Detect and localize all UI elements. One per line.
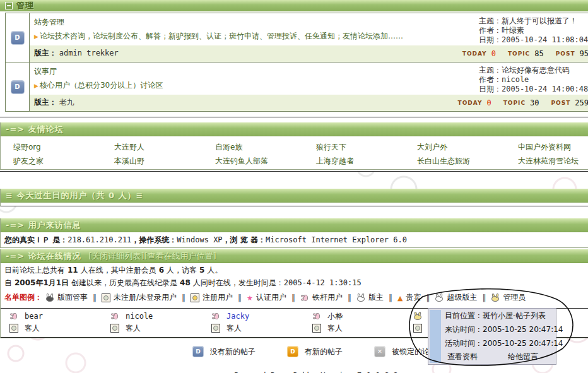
last-author-link[interactable]: 叶绿素 <box>502 26 524 35</box>
forum-lastpost-cell: 主题：新人终于可以报道了！ 作者：叶绿素 日期：2005-10-24 11:08… <box>479 13 588 45</box>
rabbit-pink-icon <box>313 312 320 320</box>
post-count-label: POST <box>556 50 575 57</box>
avatar-square-icon <box>102 293 110 302</box>
tooltip-arrival-time: 来访时间：2005-10-25 20:47:14 <box>428 323 556 336</box>
friend-forum-link[interactable]: 大刘户外 <box>417 140 518 154</box>
forum-status-d-icon <box>11 31 25 45</box>
x-grey-icon <box>374 346 385 357</box>
friend-forum-link[interactable]: 大连钓鱼人部落 <box>215 154 316 168</box>
last-topic-link[interactable]: 新人终于可以报道了！ <box>502 16 577 25</box>
moderators: 版主： admin trekker <box>34 48 119 59</box>
user-status-tooltip: 目前位置：斑竹小屋-帖子列表 来访时间：2005-10-25 20:47:14 … <box>428 308 556 365</box>
legend-label: 超级版主 <box>447 292 477 303</box>
user-role: 客人 <box>25 323 40 334</box>
friend-forum-link[interactable]: 中国户外资料网 <box>518 140 588 154</box>
avatar-square-icon <box>9 324 18 333</box>
forum-status-d-icon <box>11 80 25 94</box>
moderators-links[interactable]: admin trekker <box>59 49 119 57</box>
online-status-links[interactable]: [关闭详细列表][查看在线用户位置] <box>88 251 216 261</box>
post-count-label: POST <box>551 100 570 106</box>
online-user: 小桦 客人 <box>312 311 413 333</box>
online-record-line: 自2005年1月1日创建以来，历史最高在线纪录是48人同时在线，发生时间是：20… <box>1 276 588 288</box>
last-author-link[interactable]: nicole <box>502 75 529 84</box>
friend-forum-link[interactable]: 自游e族 <box>215 140 316 154</box>
forum-title-link[interactable]: 议事厅 <box>34 67 57 76</box>
forum-stats: TODAY0 TOPIC85 POST95 <box>462 49 588 58</box>
birthday-bar: ≡ 今天过生日的用户（共 0 人）≡ <box>1 189 588 203</box>
user-name-link[interactable]: bear <box>25 312 43 321</box>
visitor-info-line: 您的真实ＩＰ 是：218.61.210.211，操作系统：Windows XP，… <box>1 232 588 247</box>
avatar-square-icon <box>110 324 119 333</box>
legend-label: 铁杆用户 <box>312 292 343 303</box>
friend-forums-grid: 绿野org 大连野人 自游e族 狼行天下 大刘户外 中国户外资料网 驴友之家 本… <box>1 136 588 169</box>
friend-forum-link[interactable]: 驴友之家 <box>13 154 114 168</box>
section-divider <box>0 117 588 117</box>
online-user: nicole 客人 <box>110 311 211 333</box>
online-text: 人，访客 <box>167 266 197 275</box>
separator: ‖ <box>238 293 242 302</box>
send-message-link[interactable]: 给他留言 <box>508 350 538 364</box>
friend-forum-link[interactable]: 长白山生态旅游 <box>417 154 518 168</box>
online-text: 人。 <box>207 266 222 275</box>
forum-title-cell: 议事厅 <box>30 62 479 78</box>
avatar-square-icon <box>211 324 220 333</box>
category-header-bar: 管理 <box>0 0 588 11</box>
tooltip-activity-time: 活动时间：2005-10-25 20:47:14 <box>428 336 556 350</box>
topic-count: 85 <box>534 49 543 58</box>
arrow-icon <box>34 32 38 40</box>
friend-forum-link[interactable]: 绿野org <box>13 140 114 154</box>
forum-row-council: 议事厅 主题：论坛好像有恶意代码 作者：nicole 日期：2005-10-24… <box>6 62 588 111</box>
friend-forum-link[interactable]: 大连林苑滑雪论坛 <box>518 154 588 168</box>
online-status-title: -=> 论坛在线情况 <box>6 251 81 261</box>
forum-title-link[interactable]: 站务管理 <box>34 18 64 27</box>
d-orange-icon <box>287 346 298 357</box>
avatar-square-icon <box>312 324 321 333</box>
user-legend-row: 名单图例： 版面管事 ‖ 未注册/未登录用户 ‖ 注册用户 ‖ 认证用户 ‖ 铁… <box>1 288 588 308</box>
legend-label: 没有新的帖子 <box>210 346 256 357</box>
today-count: 0 <box>486 98 491 107</box>
rabbit-pink-icon <box>301 294 309 302</box>
user-name-link[interactable]: nicole <box>126 312 153 321</box>
today-label: TODAY <box>458 100 483 106</box>
user-name-link[interactable]: Jacky <box>226 312 249 321</box>
friend-forum-link[interactable]: 狼行天下 <box>316 140 417 154</box>
online-members: 6 <box>159 266 164 275</box>
online-text: 目前论坛上总共有 <box>4 266 65 275</box>
user-role: 客人 <box>327 323 343 334</box>
legend-label: 注册用户 <box>203 292 233 303</box>
separator: ‖ <box>291 293 295 302</box>
online-guests: 5 <box>199 266 204 275</box>
separator: ‖ <box>389 293 392 302</box>
legend-label: 认证用户 <box>256 292 286 303</box>
legend-label: 未注册/未登录用户 <box>114 292 177 303</box>
os-label: ，操作系统： <box>131 235 177 244</box>
collapse-icon[interactable] <box>5 2 13 9</box>
moderators-label: 版主： <box>34 49 57 57</box>
rabbit-pink-icon <box>10 312 18 320</box>
legend-label: 有新的帖子 <box>305 346 343 357</box>
friend-forum-link[interactable]: 上海穿越者 <box>316 154 417 168</box>
rabbit-white-icon <box>435 293 444 302</box>
record-date: 2005-4-12 1:30:15 <box>284 278 362 287</box>
forum-footer-row: 版主： admin trekker TODAY0 TOPIC85 POST95 <box>30 45 588 62</box>
topic-count-label: TOPIC <box>503 100 526 106</box>
view-profile-link[interactable]: 查看资料 <box>447 350 478 364</box>
d-blue-icon <box>192 346 204 357</box>
moderators-links[interactable]: 老九 <box>59 98 74 107</box>
separator: ‖ <box>93 293 97 302</box>
author-label: 作者： <box>479 26 502 35</box>
today-label: TODAY <box>462 50 487 57</box>
separator: ‖ <box>182 293 185 302</box>
separator: ‖ <box>426 293 430 302</box>
forum-row-sitework: 站务管理 主题：新人终于可以报道了！ 作者：叶绿素 日期：2005-10-24 … <box>6 13 588 62</box>
forum-footer-row: 版主： 老九 TODAY0 TOPIC30 POST259 <box>30 95 588 111</box>
os-value: Windows XP <box>177 235 222 244</box>
last-topic-link[interactable]: 论坛好像有恶意代码 <box>502 66 570 74</box>
topic-label: 主题： <box>479 66 502 74</box>
user-name-link[interactable]: 小桦 <box>327 311 343 322</box>
separator: ‖ <box>482 293 486 302</box>
moderators: 版主： 老九 <box>34 97 74 108</box>
friend-forum-link[interactable]: 大连野人 <box>114 140 215 154</box>
forum-page: 管理 站务管理 主题：新人终于可以报道了！ 作者：叶绿素 日期：2005-10-… <box>0 0 588 373</box>
friend-forum-link[interactable]: 本溪山野 <box>114 154 215 168</box>
